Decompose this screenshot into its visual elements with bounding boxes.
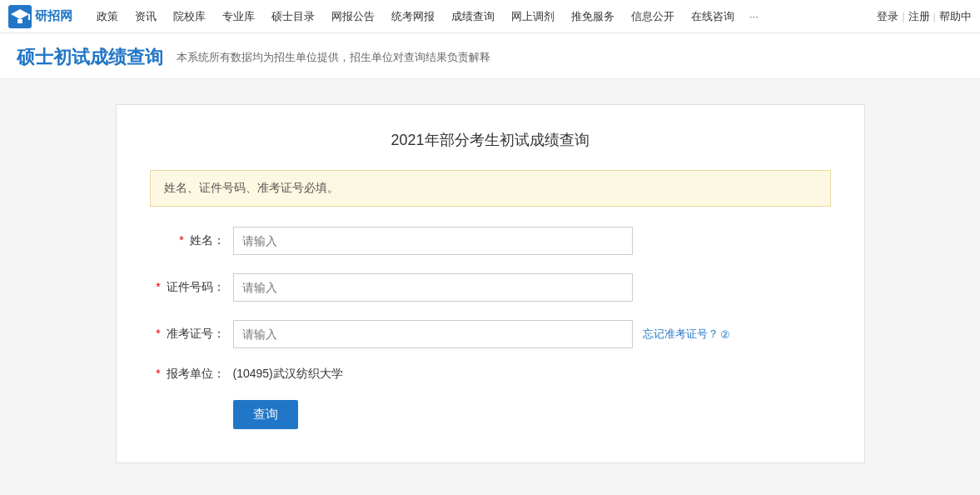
alert-box: 姓名、证件号码、准考证号必填。 xyxy=(150,170,831,207)
nav-item-policy[interactable]: 政策 xyxy=(88,0,127,33)
login-link[interactable]: 登录 xyxy=(877,9,898,24)
id-input[interactable] xyxy=(233,273,633,302)
nav-item-catalog[interactable]: 硕士目录 xyxy=(263,0,323,33)
logo-icon xyxy=(8,5,32,28)
btn-row: 查询 xyxy=(150,400,831,429)
main-content: 2021年部分考生初试成绩查询 姓名、证件号码、准考证号必填。 * 姓名： * … xyxy=(0,79,980,495)
logo[interactable]: 研招网 xyxy=(8,5,75,28)
exam-unit-label: * 报考单位： xyxy=(150,367,233,382)
id-label: * 证件号码： xyxy=(150,280,233,295)
admission-label: * 准考证号： xyxy=(150,327,233,342)
page-header: 硕士初试成绩查询 本系统所有数据均为招生单位提供，招生单位对查询结果负责解释 xyxy=(0,33,980,79)
nav-item-more[interactable]: ··· xyxy=(743,0,765,33)
id-row: * 证件号码： xyxy=(150,273,831,302)
page-title: 硕士初试成绩查询 xyxy=(17,45,163,70)
nav-item-online-transfer[interactable]: 网上调剂 xyxy=(503,0,563,33)
nav-item-schools[interactable]: 院校库 xyxy=(165,0,214,33)
name-label: * 姓名： xyxy=(150,233,233,248)
page-subtitle: 本系统所有数据均为招生单位提供，招生单位对查询结果负责解释 xyxy=(177,50,490,65)
register-link[interactable]: 注册 xyxy=(908,9,930,24)
help-link[interactable]: 帮助中 xyxy=(939,9,972,24)
admission-row: * 准考证号： 忘记准考证号？ ② xyxy=(150,320,831,348)
name-row: * 姓名： xyxy=(150,227,831,255)
admission-required-star: * xyxy=(156,327,160,340)
id-required-star: * xyxy=(156,280,160,293)
nav-item-info-public[interactable]: 信息公开 xyxy=(623,0,683,33)
id-label-text: 证件号码： xyxy=(167,280,225,293)
exam-unit-value: (10495)武汉纺织大学 xyxy=(233,367,343,382)
nav-right: 登录 | 注册 | 帮助中 xyxy=(877,9,972,24)
name-required-star: * xyxy=(179,233,183,247)
form-card: 2021年部分考生初试成绩查询 姓名、证件号码、准考证号必填。 * 姓名： * … xyxy=(116,104,865,463)
logo-text: 研招网 xyxy=(35,8,72,24)
admission-label-text: 准考证号： xyxy=(167,327,225,340)
svg-rect-2 xyxy=(17,19,22,23)
name-input[interactable] xyxy=(233,227,633,255)
exam-unit-label-text: 报考单位： xyxy=(167,367,225,380)
alert-text: 姓名、证件号码、准考证号必填。 xyxy=(164,181,339,194)
submit-button[interactable]: 查询 xyxy=(233,400,298,429)
nav-items: 政策 资讯 院校库 专业库 硕士目录 网报公告 统考网报 成绩查询 网上调剂 推… xyxy=(88,0,877,33)
forgot-admission-link[interactable]: 忘记准考证号？ xyxy=(643,327,719,342)
admission-input[interactable] xyxy=(233,320,633,348)
nav-divider-1: | xyxy=(902,10,904,22)
nav-item-news[interactable]: 资讯 xyxy=(127,0,165,33)
question-icon: ② xyxy=(720,328,730,341)
exam-unit-required-star: * xyxy=(156,367,160,380)
name-label-text: 姓名： xyxy=(190,233,225,247)
nav-item-online-consult[interactable]: 在线咨询 xyxy=(683,0,743,33)
exam-unit-row: * 报考单位： (10495)武汉纺织大学 xyxy=(150,367,831,382)
nav-item-enrollment-notice[interactable]: 网报公告 xyxy=(323,0,383,33)
nav-divider-2: | xyxy=(933,10,936,22)
svg-rect-3 xyxy=(28,14,30,20)
form-card-title: 2021年部分考生初试成绩查询 xyxy=(150,130,831,150)
nav-item-majors[interactable]: 专业库 xyxy=(214,0,263,33)
nav-bar: 研招网 政策 资讯 院校库 专业库 硕士目录 网报公告 统考网报 成绩查询 网上… xyxy=(0,0,980,33)
nav-item-unified-exam[interactable]: 统考网报 xyxy=(383,0,443,33)
nav-item-waiver-service[interactable]: 推免服务 xyxy=(563,0,623,33)
nav-item-score-query[interactable]: 成绩查询 xyxy=(443,0,503,33)
